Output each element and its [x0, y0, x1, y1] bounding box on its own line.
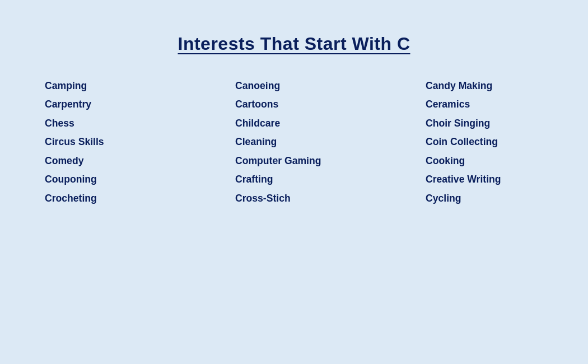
list-item-col1-1[interactable]: Carpentry — [45, 95, 235, 114]
list-item-col2-2[interactable]: Childcare — [235, 114, 426, 133]
list-item-col2-5[interactable]: Crafting — [235, 170, 426, 189]
list-item-col1-3[interactable]: Circus Skills — [45, 133, 235, 151]
list-item-col1-4[interactable]: Comedy — [45, 152, 235, 170]
list-item-col2-4[interactable]: Computer Gaming — [235, 152, 426, 170]
columns-container: CampingCarpentryChessCircus SkillsComedy… — [34, 77, 554, 208]
list-item-col2-0[interactable]: Canoeing — [235, 77, 426, 95]
list-item-col3-3[interactable]: Coin Collecting — [426, 133, 588, 151]
list-item-col3-1[interactable]: Ceramics — [426, 95, 588, 114]
list-item-col3-5[interactable]: Creative Writing — [426, 170, 588, 189]
column-2: CanoeingCartoonsChildcareCleaningCompute… — [235, 77, 426, 208]
list-item-col1-2[interactable]: Chess — [45, 114, 235, 133]
column-1: CampingCarpentryChessCircus SkillsComedy… — [45, 77, 235, 208]
column-3: Candy MakingCeramicsChoir SingingCoin Co… — [426, 77, 588, 208]
list-item-col3-6[interactable]: Cycling — [426, 189, 588, 208]
list-item-col3-0[interactable]: Candy Making — [426, 77, 588, 95]
list-item-col2-1[interactable]: Cartoons — [235, 95, 426, 114]
list-item-col3-4[interactable]: Cooking — [426, 152, 588, 170]
list-item-col1-0[interactable]: Camping — [45, 77, 235, 95]
page-title: Interests That Start With C — [178, 34, 410, 54]
list-item-col3-2[interactable]: Choir Singing — [426, 114, 588, 133]
list-item-col1-6[interactable]: Crocheting — [45, 189, 235, 208]
list-item-col2-3[interactable]: Cleaning — [235, 133, 426, 151]
list-item-col1-5[interactable]: Couponing — [45, 170, 235, 189]
list-item-col2-6[interactable]: Cross-Stich — [235, 189, 426, 208]
title-section: Interests That Start With C — [178, 34, 410, 54]
